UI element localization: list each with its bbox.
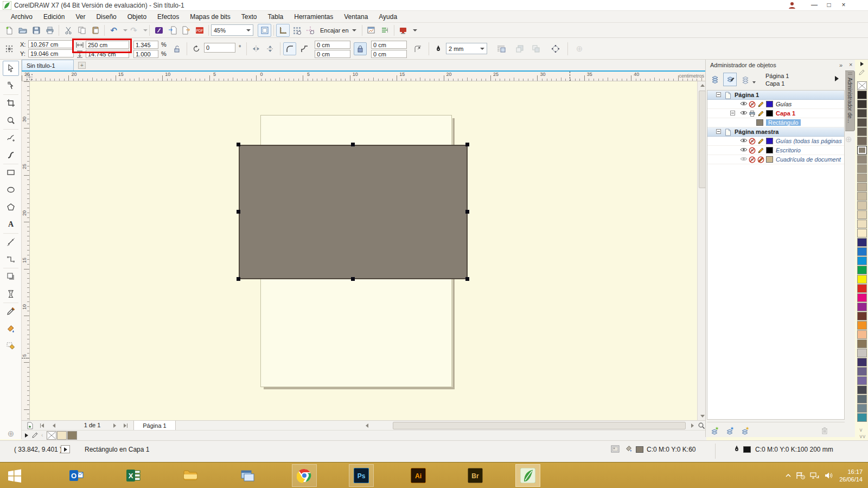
- palette-color-swatch[interactable]: [857, 266, 867, 274]
- rotation-angle-field[interactable]: 0: [204, 43, 235, 53]
- menu-ver[interactable]: Ver: [70, 13, 91, 21]
- minimize-button[interactable]: —: [807, 0, 821, 10]
- corner-radius-tl-field[interactable]: 0 cm: [315, 41, 350, 49]
- relative-corner-button[interactable]: [411, 42, 424, 55]
- document-color-swatch[interactable]: [57, 431, 67, 440]
- cut-button[interactable]: [61, 24, 75, 37]
- menu-edicion[interactable]: Edición: [38, 13, 70, 21]
- action-center-icon[interactable]: [796, 472, 806, 479]
- object-width-field[interactable]: 250 cm: [86, 41, 129, 49]
- show-guidelines-button[interactable]: [303, 24, 317, 37]
- palette-color-swatch[interactable]: [857, 91, 867, 99]
- view-dropdown-caret[interactable]: [752, 81, 756, 84]
- eye-icon[interactable]: [740, 138, 748, 145]
- outline-color-swatch[interactable]: [743, 446, 751, 453]
- palette-color-swatch[interactable]: [857, 100, 867, 108]
- pencil-icon[interactable]: [757, 147, 765, 154]
- new-tab-button[interactable]: +: [78, 62, 86, 69]
- selection-handle[interactable]: [237, 143, 240, 146]
- palette-color-swatch[interactable]: [857, 413, 867, 422]
- wrap-text-button[interactable]: [495, 42, 508, 55]
- palette-color-swatch[interactable]: [857, 330, 867, 339]
- object-height-field[interactable]: 14.745 cm: [86, 50, 129, 58]
- new-layer-button[interactable]: [708, 423, 722, 437]
- edit-across-layers-button[interactable]: [723, 73, 737, 86]
- palette-color-swatch[interactable]: [857, 229, 867, 237]
- palette-color-swatch[interactable]: [857, 349, 867, 357]
- expand-toggle[interactable]: [716, 129, 721, 134]
- rectangle-tool[interactable]: [3, 165, 19, 180]
- show-grid-button[interactable]: [290, 24, 303, 37]
- selection-handle[interactable]: [351, 143, 355, 146]
- undo-dropdown[interactable]: [120, 24, 127, 37]
- docker-close-button[interactable]: ×: [849, 61, 852, 68]
- mirror-vertical-button[interactable]: [264, 42, 277, 55]
- tree-row-rectangulo[interactable]: Rectángulo: [707, 118, 844, 127]
- palette-scroll-left[interactable]: ‹: [41, 432, 43, 438]
- open-button[interactable]: [16, 24, 29, 37]
- redo-dropdown[interactable]: [141, 24, 147, 37]
- menu-tabla[interactable]: Tabla: [263, 13, 289, 21]
- status-flyout-button[interactable]: [61, 445, 70, 453]
- taskbar-bridge-icon[interactable]: Br: [463, 464, 488, 487]
- corner-radius-bl-field[interactable]: 0 cm: [315, 50, 350, 58]
- pick-tool[interactable]: [3, 61, 19, 76]
- palette-color-swatch[interactable]: [857, 127, 867, 136]
- scale-v-field[interactable]: 1.000: [133, 50, 158, 58]
- palette-scroll-down[interactable]: ˅: [859, 427, 863, 433]
- palette-color-swatch[interactable]: [857, 155, 867, 164]
- expand-toggle[interactable]: [716, 92, 721, 97]
- palette-color-swatch[interactable]: [857, 146, 867, 155]
- hidden-icons-arrow[interactable]: [785, 472, 792, 479]
- export-button[interactable]: [179, 24, 193, 37]
- network-icon[interactable]: [810, 472, 820, 479]
- menu-efectos[interactable]: Efectos: [152, 13, 184, 21]
- drawing-canvas[interactable]: [30, 81, 697, 420]
- taskbar-excel-icon[interactable]: X: [121, 464, 146, 487]
- palette-color-swatch[interactable]: [857, 247, 867, 256]
- transparency-tool[interactable]: [3, 286, 19, 301]
- new-master-layer-all-button[interactable]: [723, 423, 737, 437]
- expand-toggle[interactable]: [730, 111, 735, 115]
- palette-color-swatch[interactable]: [857, 376, 867, 385]
- hscroll-right-button[interactable]: [688, 421, 697, 431]
- tree-row-pagina-maestra[interactable]: Página maestra: [707, 127, 844, 137]
- volume-icon[interactable]: [824, 472, 833, 479]
- ellipse-tool[interactable]: [3, 182, 19, 197]
- ruler-origin-icon[interactable]: [26, 73, 33, 80]
- palette-color-swatch[interactable]: [857, 192, 867, 201]
- palette-color-swatch[interactable]: [857, 367, 867, 376]
- taskbar-coreldraw-icon[interactable]: [515, 464, 540, 487]
- x-position-field[interactable]: 10.267 cm: [28, 40, 74, 48]
- polygon-tool[interactable]: [3, 200, 19, 215]
- document-tab[interactable]: Sin título-1: [22, 60, 74, 71]
- taskbar-start-icon[interactable]: [2, 464, 27, 487]
- palette-color-swatch[interactable]: [857, 404, 867, 413]
- y-position-field[interactable]: 19.046 cm: [28, 49, 74, 57]
- paste-button[interactable]: [88, 24, 102, 37]
- text-tool[interactable]: A: [3, 217, 19, 232]
- zoom-tool[interactable]: [3, 113, 19, 128]
- palette-color-swatch[interactable]: [857, 284, 867, 293]
- document-color-swatch[interactable]: [67, 431, 77, 440]
- taskbar-windows-app-icon[interactable]: [235, 464, 260, 487]
- fill-color-swatch[interactable]: [636, 446, 643, 453]
- pencil-icon[interactable]: [757, 101, 765, 108]
- pencil-icon[interactable]: [757, 138, 765, 145]
- launch-dropdown[interactable]: [410, 24, 417, 37]
- palette-color-swatch[interactable]: [857, 109, 867, 118]
- palette-color-swatch[interactable]: [857, 201, 867, 210]
- first-page-button[interactable]: [37, 421, 47, 431]
- palette-color-swatch[interactable]: [857, 256, 867, 265]
- fullscreen-preview-button[interactable]: [258, 24, 271, 37]
- taskbar-photoshop-icon[interactable]: Ps: [349, 464, 374, 487]
- show-object-properties-button[interactable]: [708, 73, 722, 86]
- selection-handle[interactable]: [465, 210, 469, 214]
- palette-flyout-arrow[interactable]: [25, 433, 28, 438]
- printer-icon[interactable]: [749, 110, 756, 117]
- page-tab[interactable]: Página 1: [133, 421, 176, 431]
- palette-color-swatch[interactable]: [857, 339, 867, 348]
- tree-row-escritorio[interactable]: Escritorio: [707, 146, 844, 155]
- show-rulers-button[interactable]: [276, 24, 290, 37]
- palette-color-swatch[interactable]: [857, 210, 867, 219]
